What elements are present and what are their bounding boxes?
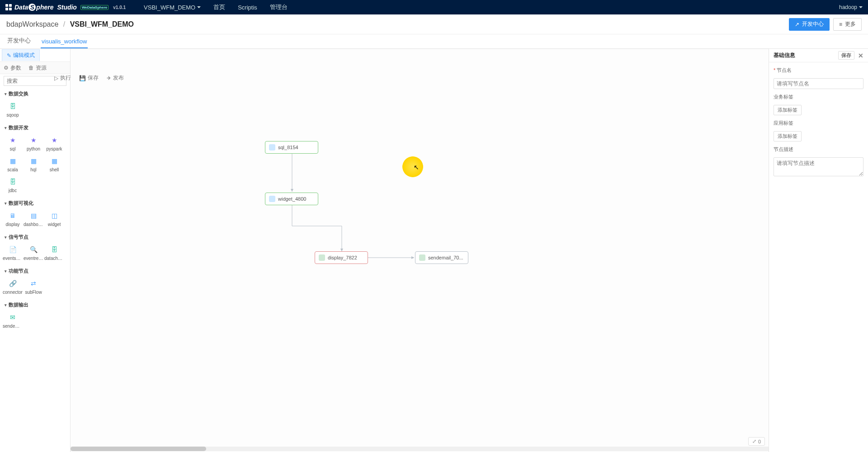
nav-scriptis[interactable]: Scriptis (238, 4, 257, 11)
nav-home[interactable]: 首页 (213, 3, 225, 11)
more-label: 更多 (845, 20, 856, 28)
header-nav: VSBI_WFM_DEMO 首页 Scriptis 管理台 (144, 3, 288, 11)
list-icon: ≡ (839, 21, 842, 28)
chevron-down-icon (859, 6, 863, 8)
brand-badge: WeDataSphere (80, 5, 108, 10)
goto-icon: ↗ (795, 21, 799, 28)
breadcrumb-workspace[interactable]: bdapWorkspace (6, 20, 58, 28)
subheader: bdapWorkspace / VSBI_WFM_DEMO ↗ 开发中心 ≡ 更… (0, 14, 868, 34)
tab-workflow[interactable]: visualis_workflow (41, 35, 88, 48)
goto-dev-center-button[interactable]: ↗ 开发中心 (789, 18, 830, 31)
user-name: hadoop (839, 4, 857, 10)
workflow-tabs: 开发中心 visualis_workflow (0, 34, 868, 49)
breadcrumb: bdapWorkspace / VSBI_WFM_DEMO (6, 20, 134, 28)
brand-text: DataSphere Studio (14, 4, 77, 11)
more-button[interactable]: ≡ 更多 (833, 18, 862, 31)
goto-dev-center-label: 开发中心 (802, 20, 824, 28)
nav-console[interactable]: 管理台 (270, 3, 288, 11)
breadcrumb-sep: / (63, 20, 65, 28)
chevron-down-icon (197, 6, 201, 8)
project-selector-label: VSBI_WFM_DEMO (144, 4, 195, 11)
brand-part2: phere (36, 4, 53, 11)
logo-grid-icon (5, 4, 12, 10)
brand-part3: Studio (57, 4, 77, 11)
app-logo: DataSphere Studio WeDataSphere v1.0.1 (5, 4, 126, 11)
tab-dev-center[interactable]: 开发中心 (6, 34, 32, 48)
app-header: DataSphere Studio WeDataSphere v1.0.1 VS… (0, 0, 868, 14)
brand-part1: Data (14, 4, 28, 11)
user-menu[interactable]: hadoop (839, 4, 863, 10)
brand-version: v1.0.1 (113, 5, 126, 10)
project-selector[interactable]: VSBI_WFM_DEMO (144, 4, 201, 11)
breadcrumb-project: VSBI_WFM_DEMO (70, 20, 134, 28)
